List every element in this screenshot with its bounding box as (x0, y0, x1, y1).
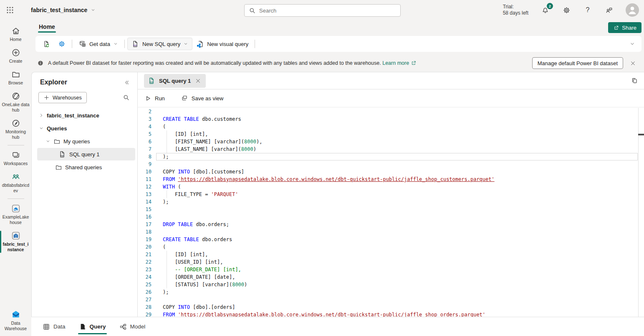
global-search[interactable] (244, 4, 401, 17)
avatar[interactable] (626, 3, 639, 17)
app-launcher-icon[interactable] (0, 0, 20, 20)
tab-close-button[interactable] (194, 77, 202, 84)
query-tabstrip: SQL SQL query 1 (138, 72, 644, 89)
sql-document-icon: SQL (131, 40, 139, 48)
settings-button[interactable] (562, 5, 571, 15)
tab-home[interactable]: Home (35, 22, 58, 33)
notifications-button[interactable]: 2 (540, 5, 550, 15)
view-tab-query[interactable]: Query (78, 317, 107, 336)
new-visual-query-button[interactable]: New visual query (192, 38, 252, 50)
sidebar-item-label: dbtlabsfabricdev (2, 183, 30, 193)
banner-close-button[interactable] (627, 58, 638, 69)
run-button[interactable]: Run (144, 95, 165, 102)
manage-dataset-button[interactable]: Manage default Power BI dataset (532, 57, 623, 69)
code-line-24: 24 [ORDER_DATE] [date], (138, 273, 644, 281)
code-line-10: 10COPY INTO [dbo].[customers] (138, 168, 644, 176)
sql-file-icon: SQL (148, 77, 156, 85)
tree-item-shared-queries[interactable]: Shared queries (37, 161, 135, 173)
view-tab-data[interactable]: Data (42, 317, 66, 336)
ribbon-toolbar: Get data SQL New SQL query New visual qu… (35, 36, 641, 52)
external-link-icon (411, 60, 417, 66)
tab-sql-query-1[interactable]: SQL SQL query 1 (144, 74, 206, 88)
workspace-switcher[interactable]: fabric_test_instance (31, 7, 96, 13)
tree-item-warehouse-node[interactable]: fabric_test_instance (37, 109, 135, 122)
chevron-down-icon[interactable] (39, 126, 44, 131)
help-button[interactable]: ? (583, 5, 592, 15)
view-tab-model[interactable]: Model (119, 317, 146, 336)
editor-overview-ruler[interactable] (638, 108, 644, 317)
save-as-view-button[interactable]: Save as view (181, 94, 224, 102)
add-warehouses-button[interactable]: Warehouses (38, 92, 87, 103)
code-text (152, 160, 163, 168)
explorer-panel: Explorer Warehouses fabric_test_instance… (31, 72, 138, 317)
code-text (152, 206, 163, 213)
code-text: FROM 'https://dbtlabsynapsedatalake.blob… (152, 311, 485, 317)
svg-text:SQL: SQL (60, 155, 64, 157)
collapse-panel-icon[interactable] (124, 79, 130, 86)
chevron-down-icon[interactable] (45, 139, 51, 144)
toolbar-settings-button[interactable] (54, 38, 69, 50)
line-number: 5 (138, 130, 152, 138)
indent-guide (167, 130, 167, 138)
sidebar-item-home[interactable]: Home (0, 23, 31, 45)
sidebar-item-data-warehouse[interactable]: Data Warehouse (0, 306, 31, 334)
feedback-button[interactable] (604, 5, 614, 15)
code-text: CREATE TABLE dbo.customers (152, 115, 241, 123)
sidebar-item-create[interactable]: Create (0, 45, 31, 67)
tree-item-label: My queries (63, 138, 90, 145)
visual-query-icon (196, 40, 204, 48)
top-header: fabric_test_instance Trial: 58 days left… (0, 0, 644, 20)
search-icon (249, 7, 256, 14)
warehouse-icon (11, 231, 20, 240)
code-text: WITH ( (152, 183, 181, 191)
close-icon (195, 78, 201, 84)
indent-guide (167, 145, 167, 153)
learn-more-link[interactable]: Learn more (382, 60, 417, 66)
sidebar-item-label: ExampleLakehouse (2, 214, 30, 225)
sidebar-item-monitoring-hub[interactable]: Monitoring hub (0, 116, 31, 143)
search-input[interactable] (259, 8, 396, 14)
tree-item-queries-node[interactable]: Queries (37, 122, 135, 135)
code-line-5: 5 [ID] [int], (138, 130, 644, 138)
sidebar-item-browse[interactable]: Browse (0, 67, 31, 89)
toolbar-divider (255, 40, 255, 48)
tree-item-label: Shared queries (65, 164, 102, 171)
code-line-17: 17DROP TABLE dbo.orders; (138, 221, 644, 228)
code-text: [LAST_NAME] [varchar](8000) (152, 145, 256, 153)
tree-item-sql-query-1[interactable]: SQLSQL query 1 (37, 148, 135, 160)
toolbar-overflow-button[interactable] (626, 38, 638, 50)
svg-text:SQL: SQL (133, 44, 137, 46)
line-number: 19 (138, 236, 152, 243)
line-number: 23 (138, 266, 152, 273)
view-tab-label: Data (53, 323, 66, 330)
workspace-name: fabric_test_instance (31, 7, 87, 13)
query-actions-bar: Run Save as view (138, 89, 644, 107)
data-warehouse-icon (11, 309, 21, 319)
indent-guide (167, 191, 167, 198)
chevron-right-icon[interactable] (39, 113, 44, 118)
ribbon-tab-row: Home Share (31, 20, 644, 35)
sql-code-editor[interactable]: 23CREATE TABLE dbo.customers4(5 [ID] [in… (138, 108, 644, 317)
line-number: 21 (138, 251, 152, 258)
save-as-view-icon (181, 94, 188, 102)
line-number: 29 (138, 311, 152, 317)
get-data-button[interactable]: Get data (75, 38, 122, 50)
code-text: [ORDER_DATE] [date], (152, 273, 235, 281)
share-button[interactable]: Share (608, 22, 641, 33)
indent-guide (167, 138, 167, 145)
tree-item-my-queries[interactable]: My queries (37, 135, 135, 148)
copy-icon[interactable] (631, 77, 638, 84)
explorer-search-icon[interactable] (123, 94, 130, 101)
rail-divider (8, 199, 24, 199)
refresh-dataset-button[interactable] (39, 38, 54, 50)
line-number: 13 (138, 191, 152, 198)
sidebar-item-onelake-data-hub[interactable]: OneLake data hub (0, 89, 31, 116)
new-sql-query-button[interactable]: SQL New SQL query (127, 38, 192, 50)
rail-divider (8, 145, 24, 145)
sidebar-item-dbtlabsfabricdev[interactable]: dbtlabsfabricdev (0, 169, 31, 196)
sidebar-item-examplelakehouse[interactable]: ExampleLakehouse (0, 201, 31, 228)
view-tab-label: Model (130, 323, 146, 330)
sidebar-item-workspaces[interactable]: Workspaces (0, 148, 31, 169)
sidebar-item-fabric-test-instance[interactable]: fabric_test_instance (0, 228, 31, 255)
code-text: COPY INTO [dbo].[customers] (152, 168, 244, 176)
